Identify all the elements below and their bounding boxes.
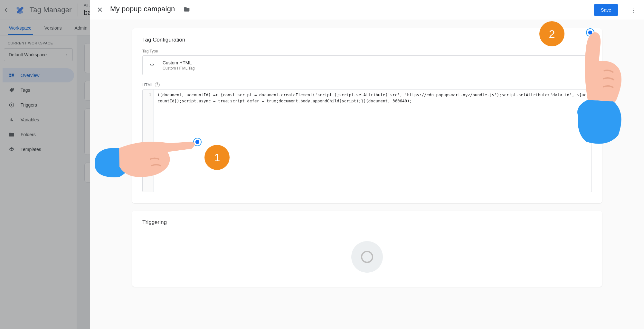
triggering-card[interactable]: Triggering: [132, 211, 602, 287]
code-content[interactable]: ((document, accountId) => {const script …: [154, 89, 592, 192]
annotation-badge-2: 2: [539, 21, 564, 46]
tag-configuration-card: Tag Configuration Tag Type Custom HTML C…: [132, 28, 602, 203]
save-button[interactable]: Save: [594, 4, 618, 16]
html-code-editor[interactable]: 1 ((document, accountId) => {const scrip…: [142, 89, 592, 192]
annotation-badge-1: 1: [204, 145, 230, 170]
folder-icon[interactable]: [184, 6, 190, 14]
tagtype-selector[interactable]: Custom HTML Custom HTML Tag: [142, 55, 592, 75]
more-menu-icon[interactable]: ⋮: [625, 6, 638, 14]
tag-name-input[interactable]: My popup campaign: [110, 5, 175, 15]
code-brackets-icon: [148, 61, 156, 70]
tagtype-subtitle: Custom HTML Tag: [163, 66, 194, 70]
close-icon[interactable]: ✕: [96, 6, 104, 14]
card-title: Triggering: [142, 219, 592, 226]
tagtype-label: Tag Type: [142, 49, 592, 53]
panel-header: ✕ My popup campaign Save ⋮: [90, 0, 644, 20]
pointing-hand-icon: [95, 129, 200, 193]
trigger-placeholder-icon: [351, 241, 383, 273]
tagtype-name: Custom HTML: [163, 60, 194, 65]
pointing-hand-icon: [565, 26, 626, 145]
help-icon[interactable]: ?: [155, 82, 160, 87]
card-title: Tag Configuration: [142, 37, 592, 43]
html-field-label: HTML ?: [142, 82, 592, 87]
trigger-empty-state: [142, 231, 592, 276]
